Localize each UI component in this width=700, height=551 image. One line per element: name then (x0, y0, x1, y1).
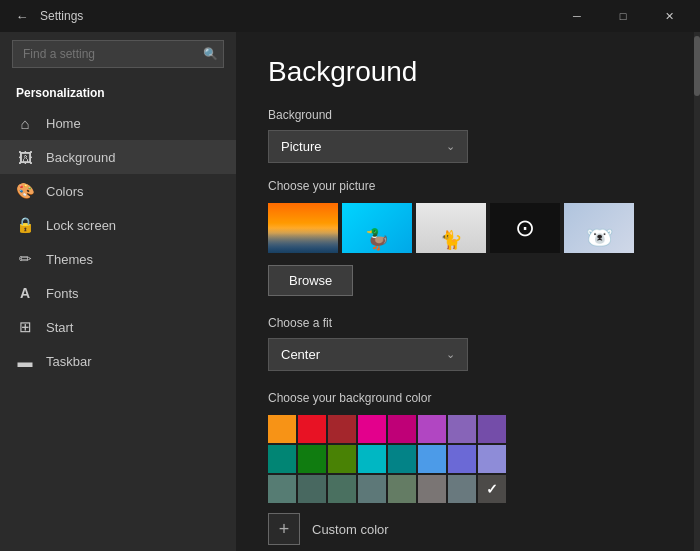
picture-thumb-moon[interactable] (490, 203, 560, 253)
close-button[interactable]: ✕ (646, 0, 692, 32)
picture-thumb-sunset[interactable] (268, 203, 338, 253)
lock-screen-icon: 🔒 (16, 216, 34, 234)
themes-icon: ✏ (16, 250, 34, 268)
color-swatch-2-2[interactable] (328, 475, 356, 503)
titlebar-title: Settings (40, 9, 554, 23)
search-box[interactable]: 🔍 (12, 40, 224, 68)
color-swatch-2-0[interactable] (268, 475, 296, 503)
custom-color-box[interactable]: + (268, 513, 300, 545)
chevron-down-icon: ⌄ (446, 348, 455, 361)
choose-fit-label: Choose a fit (268, 316, 668, 330)
color-swatch-1-6[interactable] (448, 445, 476, 473)
background-icon: 🖼 (16, 148, 34, 166)
main-layout: 🔍 Personalization ⌂ Home 🖼 Background 🎨 … (0, 32, 700, 551)
custom-color-row[interactable]: + Custom color (268, 513, 668, 545)
sidebar-item-label: Colors (46, 184, 84, 199)
taskbar-icon: ▬ (16, 352, 34, 370)
color-swatch-1-1[interactable] (298, 445, 326, 473)
color-swatch-0-4[interactable] (388, 415, 416, 443)
minimize-button[interactable]: ─ (554, 0, 600, 32)
color-row-1 (268, 415, 668, 443)
color-row-2 (268, 445, 668, 473)
color-swatch-0-3[interactable] (358, 415, 386, 443)
background-dropdown[interactable]: Picture ⌄ (268, 130, 468, 163)
sidebar-item-label: Start (46, 320, 73, 335)
search-input[interactable] (12, 40, 224, 68)
back-button[interactable]: ← (8, 2, 36, 30)
sidebar-item-home[interactable]: ⌂ Home (0, 106, 236, 140)
start-icon: ⊞ (16, 318, 34, 336)
color-swatch-1-0[interactable] (268, 445, 296, 473)
picture-thumb-bear[interactable] (564, 203, 634, 253)
color-swatch-2-1[interactable] (298, 475, 326, 503)
sidebar-item-label: Fonts (46, 286, 79, 301)
sidebar-item-background[interactable]: 🖼 Background (0, 140, 236, 174)
sidebar-item-themes[interactable]: ✏ Themes (0, 242, 236, 276)
choose-picture-label: Choose your picture (268, 179, 668, 193)
sidebar-item-taskbar[interactable]: ▬ Taskbar (0, 344, 236, 378)
color-swatch-0-0[interactable] (268, 415, 296, 443)
chevron-down-icon: ⌄ (446, 140, 455, 153)
color-swatch-0-5[interactable] (418, 415, 446, 443)
color-swatch-1-5[interactable] (418, 445, 446, 473)
sidebar-item-start[interactable]: ⊞ Start (0, 310, 236, 344)
color-swatch-2-4[interactable] (388, 475, 416, 503)
sidebar-item-label: Background (46, 150, 115, 165)
scrollbar-thumb[interactable] (694, 36, 700, 96)
sidebar-item-fonts[interactable]: A Fonts (0, 276, 236, 310)
content-area: Background Background Picture ⌄ Choose y… (236, 32, 700, 551)
sidebar-item-colors[interactable]: 🎨 Colors (0, 174, 236, 208)
sidebar: 🔍 Personalization ⌂ Home 🖼 Background 🎨 … (0, 32, 236, 551)
custom-color-label: Custom color (312, 522, 389, 537)
sidebar-item-label: Taskbar (46, 354, 92, 369)
fonts-icon: A (16, 284, 34, 302)
color-swatch-1-3[interactable] (358, 445, 386, 473)
color-swatch-1-7[interactable] (478, 445, 506, 473)
color-row-3 (268, 475, 668, 503)
color-swatch-1-2[interactable] (328, 445, 356, 473)
color-swatch-2-7[interactable] (478, 475, 506, 503)
maximize-button[interactable]: □ (600, 0, 646, 32)
browse-button[interactable]: Browse (268, 265, 353, 296)
fit-dropdown-value: Center (281, 347, 320, 362)
picture-thumb-cats[interactable] (416, 203, 486, 253)
color-swatch-1-4[interactable] (388, 445, 416, 473)
color-swatch-2-3[interactable] (358, 475, 386, 503)
titlebar: ← Settings ─ □ ✕ (0, 0, 700, 32)
sidebar-section-label: Personalization (0, 76, 236, 106)
color-swatch-0-6[interactable] (448, 415, 476, 443)
home-icon: ⌂ (16, 114, 34, 132)
scrollbar-track[interactable] (694, 32, 700, 551)
sidebar-item-label: Home (46, 116, 81, 131)
color-swatch-2-5[interactable] (418, 475, 446, 503)
color-grid (268, 415, 668, 503)
picture-thumb-cyan[interactable] (342, 203, 412, 253)
color-swatch-2-6[interactable] (448, 475, 476, 503)
search-icon[interactable]: 🔍 (203, 47, 218, 61)
window-controls: ─ □ ✕ (554, 0, 692, 32)
color-swatch-0-2[interactable] (328, 415, 356, 443)
picture-grid (268, 203, 668, 253)
fit-dropdown[interactable]: Center ⌄ (268, 338, 468, 371)
background-label: Background (268, 108, 668, 122)
color-swatch-0-7[interactable] (478, 415, 506, 443)
background-dropdown-value: Picture (281, 139, 321, 154)
colors-icon: 🎨 (16, 182, 34, 200)
sidebar-item-label: Themes (46, 252, 93, 267)
color-swatch-0-1[interactable] (298, 415, 326, 443)
sidebar-item-lock-screen[interactable]: 🔒 Lock screen (0, 208, 236, 242)
page-title: Background (268, 56, 668, 88)
color-section-label: Choose your background color (268, 391, 668, 405)
sidebar-item-label: Lock screen (46, 218, 116, 233)
